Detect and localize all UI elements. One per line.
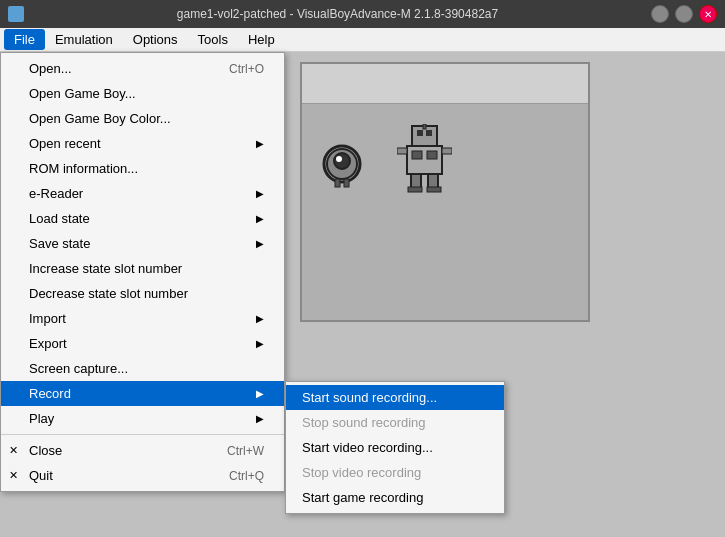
- save-state-arrow: ▶: [256, 238, 264, 249]
- game-top-bar: [302, 64, 588, 104]
- submenu-stop-video: Stop video recording: [286, 460, 504, 485]
- menu-help[interactable]: Help: [238, 29, 285, 50]
- import-label: Import: [29, 311, 66, 326]
- ereader-arrow: ▶: [256, 188, 264, 199]
- svg-rect-7: [417, 130, 423, 136]
- menu-emulation[interactable]: Emulation: [45, 29, 123, 50]
- menu-open[interactable]: Open... Ctrl+O: [1, 56, 284, 81]
- increase-slot-label: Increase state slot number: [29, 261, 182, 276]
- menu-quit[interactable]: ✕ Quit Ctrl+Q: [1, 463, 284, 488]
- svg-point-2: [334, 153, 350, 169]
- svg-rect-13: [397, 148, 407, 154]
- menu-tools[interactable]: Tools: [188, 29, 238, 50]
- open-recent-arrow: ▶: [256, 138, 264, 149]
- svg-rect-12: [427, 151, 437, 159]
- game-screen: [300, 62, 590, 322]
- decrease-slot-label: Decrease state slot number: [29, 286, 188, 301]
- svg-point-3: [336, 156, 342, 162]
- svg-rect-5: [344, 179, 349, 187]
- record-label: Record: [29, 386, 71, 401]
- game-sprites: [302, 104, 588, 214]
- menu-export[interactable]: Export ▶: [1, 331, 284, 356]
- rom-info-label: ROM information...: [29, 161, 138, 176]
- menu-open-gb[interactable]: Open Game Boy...: [1, 81, 284, 106]
- start-video-label: Start video recording...: [302, 440, 433, 455]
- sprite-right: [397, 124, 452, 194]
- window-title: game1-vol2-patched - VisualBoyAdvance-M …: [24, 7, 651, 21]
- menu-decrease-slot[interactable]: Decrease state slot number: [1, 281, 284, 306]
- close-button[interactable]: ✕: [699, 5, 717, 23]
- open-recent-label: Open recent: [29, 136, 101, 151]
- menu-load-state[interactable]: Load state ▶: [1, 206, 284, 231]
- start-sound-label: Start sound recording...: [302, 390, 437, 405]
- submenu-start-sound[interactable]: Start sound recording...: [286, 385, 504, 410]
- import-arrow: ▶: [256, 313, 264, 324]
- save-state-label: Save state: [29, 236, 90, 251]
- quit-icon: ✕: [9, 469, 18, 482]
- ereader-label: e-Reader: [29, 186, 83, 201]
- titlebar: game1-vol2-patched - VisualBoyAdvance-M …: [0, 0, 725, 28]
- minimize-button[interactable]: [651, 5, 669, 23]
- menu-file[interactable]: File: [4, 29, 45, 50]
- submenu-stop-sound: Stop sound recording: [286, 410, 504, 435]
- start-game-label: Start game recording: [302, 490, 423, 505]
- close-icon: ✕: [9, 444, 18, 457]
- play-arrow: ▶: [256, 413, 264, 424]
- menu-ereader[interactable]: e-Reader ▶: [1, 181, 284, 206]
- screen-capture-label: Screen capture...: [29, 361, 128, 376]
- menu-open-recent[interactable]: Open recent ▶: [1, 131, 284, 156]
- export-label: Export: [29, 336, 67, 351]
- svg-rect-4: [335, 179, 340, 187]
- menu-record[interactable]: Record ▶ Start sound recording... Stop s…: [1, 381, 284, 406]
- window-controls: ✕: [651, 5, 717, 23]
- file-dropdown: Open... Ctrl+O Open Game Boy... Open Gam…: [0, 52, 285, 492]
- separator-1: [1, 434, 284, 435]
- sprite-left: [317, 129, 367, 189]
- record-arrow: ▶: [256, 388, 264, 399]
- svg-rect-17: [408, 187, 422, 192]
- load-state-label: Load state: [29, 211, 90, 226]
- main-area: Open... Ctrl+O Open Game Boy... Open Gam…: [0, 52, 725, 537]
- quit-label: Quit: [29, 468, 53, 483]
- menu-play[interactable]: Play ▶: [1, 406, 284, 431]
- svg-rect-18: [427, 187, 441, 192]
- menu-screen-capture[interactable]: Screen capture...: [1, 356, 284, 381]
- menu-close[interactable]: ✕ Close Ctrl+W: [1, 438, 284, 463]
- close-shortcut: Ctrl+W: [227, 444, 264, 458]
- menu-save-state[interactable]: Save state ▶: [1, 231, 284, 256]
- menu-increase-slot[interactable]: Increase state slot number: [1, 256, 284, 281]
- open-gb-label: Open Game Boy...: [29, 86, 136, 101]
- load-state-arrow: ▶: [256, 213, 264, 224]
- open-shortcut: Ctrl+O: [229, 62, 264, 76]
- svg-rect-11: [412, 151, 422, 159]
- svg-rect-8: [426, 130, 432, 136]
- close-label: Close: [29, 443, 62, 458]
- menu-options[interactable]: Options: [123, 29, 188, 50]
- export-arrow: ▶: [256, 338, 264, 349]
- menubar: File Emulation Options Tools Help: [0, 28, 725, 52]
- stop-sound-label: Stop sound recording: [302, 415, 426, 430]
- app-icon: [8, 6, 24, 22]
- submenu-start-video[interactable]: Start video recording...: [286, 435, 504, 460]
- quit-shortcut: Ctrl+Q: [229, 469, 264, 483]
- menu-rom-info[interactable]: ROM information...: [1, 156, 284, 181]
- record-submenu: Start sound recording... Stop sound reco…: [285, 381, 505, 514]
- submenu-start-game[interactable]: Start game recording: [286, 485, 504, 510]
- open-label: Open...: [29, 61, 72, 76]
- maximize-button[interactable]: [675, 5, 693, 23]
- stop-video-label: Stop video recording: [302, 465, 421, 480]
- svg-rect-10: [407, 146, 442, 174]
- svg-rect-14: [442, 148, 452, 154]
- open-gbc-label: Open Game Boy Color...: [29, 111, 171, 126]
- menu-import[interactable]: Import ▶: [1, 306, 284, 331]
- svg-rect-9: [423, 124, 426, 129]
- play-label: Play: [29, 411, 54, 426]
- menu-open-gbc[interactable]: Open Game Boy Color...: [1, 106, 284, 131]
